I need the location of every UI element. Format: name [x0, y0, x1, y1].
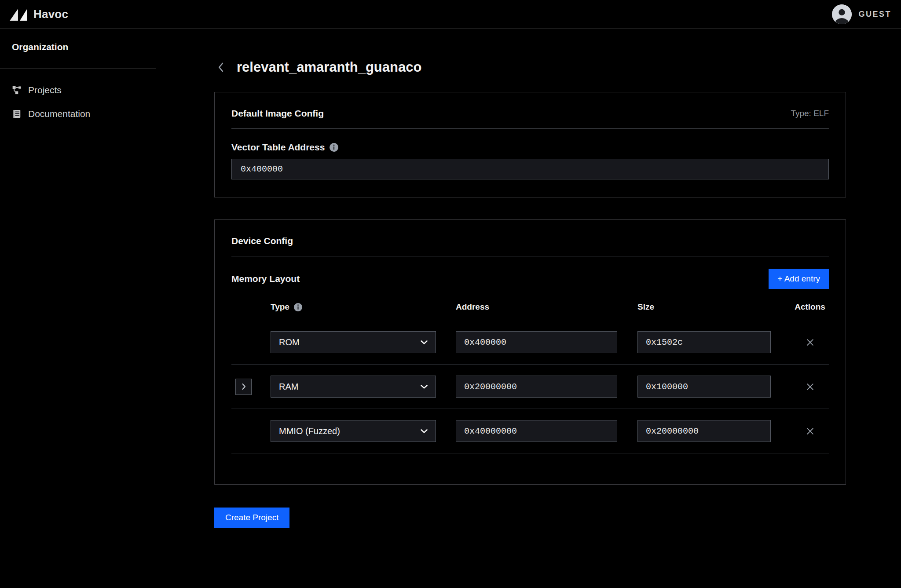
type-select-value: ROM — [279, 337, 300, 347]
type-select-value: MMIO (Fuzzed) — [279, 426, 340, 436]
expand-row-button[interactable] — [235, 379, 252, 395]
column-type: Type — [271, 302, 456, 312]
close-icon — [805, 426, 815, 436]
add-entry-button[interactable]: + Add entry — [769, 269, 829, 289]
user-menu[interactable]: GUEST — [832, 4, 891, 24]
memory-row-ram: RAM — [231, 365, 829, 409]
image-type-label: Type: ELF — [791, 109, 829, 118]
chevron-down-icon — [419, 337, 429, 347]
column-type-label: Type — [271, 302, 289, 312]
create-project-button[interactable]: Create Project — [214, 508, 289, 528]
main-content: relevant_amaranth_guanaco Default Image … — [156, 29, 901, 588]
vector-table-address-label: Vector Table Address — [231, 142, 829, 153]
address-input[interactable] — [456, 331, 617, 353]
sidebar-item-documentation[interactable]: Documentation — [0, 102, 156, 126]
field-label-text: Vector Table Address — [231, 142, 325, 153]
memory-row-mmio: MMIO (Fuzzed) — [231, 409, 829, 453]
memory-table-header: Type Address Size Actions — [231, 302, 829, 320]
column-address: Address — [456, 302, 637, 312]
chevron-down-icon — [419, 382, 429, 391]
flow-icon — [12, 85, 22, 95]
size-input[interactable] — [637, 331, 771, 353]
column-actions: Actions — [791, 302, 829, 312]
divider — [231, 128, 829, 129]
divider — [231, 256, 829, 256]
size-input[interactable] — [637, 376, 771, 398]
sidebar: Organization Projects — [0, 29, 156, 588]
chevron-right-icon — [239, 382, 248, 391]
sidebar-item-label: Projects — [28, 85, 62, 95]
top-navbar: Havoc GUEST — [0, 0, 901, 29]
sidebar-item-projects[interactable]: Projects — [0, 78, 156, 102]
sidebar-section-organization: Organization — [0, 29, 156, 69]
address-input[interactable] — [456, 376, 617, 398]
type-select-value: RAM — [279, 382, 298, 392]
page-title: relevant_amaranth_guanaco — [237, 59, 421, 75]
memory-layout-label: Memory Layout — [231, 274, 300, 284]
card-title: Device Config — [231, 236, 293, 246]
info-icon[interactable] — [293, 303, 303, 312]
remove-row-button[interactable] — [803, 424, 817, 438]
book-icon — [12, 109, 22, 119]
close-icon — [805, 382, 815, 392]
column-size: Size — [637, 302, 791, 312]
page-header: relevant_amaranth_guanaco — [214, 59, 846, 75]
brand-name: Havoc — [33, 7, 68, 21]
back-button[interactable] — [214, 60, 227, 75]
close-icon — [805, 337, 815, 347]
user-avatar-icon — [832, 4, 852, 24]
device-config-card: Device Config Memory Layout + Add entry … — [214, 219, 846, 485]
remove-row-button[interactable] — [803, 336, 817, 349]
chevron-left-icon — [215, 61, 227, 74]
chevron-down-icon — [419, 426, 429, 436]
app-window: Havoc GUEST Organization — [0, 0, 901, 588]
remove-row-button[interactable] — [803, 380, 817, 394]
brand[interactable]: Havoc — [10, 7, 68, 21]
address-input[interactable] — [456, 420, 617, 442]
type-select[interactable]: ROM — [271, 331, 436, 353]
sidebar-item-label: Documentation — [28, 109, 90, 119]
vector-table-address-input[interactable] — [231, 159, 829, 179]
type-select[interactable]: MMIO (Fuzzed) — [271, 420, 436, 442]
size-input[interactable] — [637, 420, 771, 442]
sidebar-nav: Projects Documentation — [0, 69, 156, 126]
card-title: Default Image Config — [231, 108, 324, 119]
memory-row-rom: ROM — [231, 320, 829, 365]
user-name-label: GUEST — [858, 10, 891, 19]
info-icon[interactable] — [329, 142, 339, 152]
default-image-config-card: Default Image Config Type: ELF Vector Ta… — [214, 92, 846, 197]
havoc-logo-icon — [10, 8, 28, 21]
type-select[interactable]: RAM — [271, 376, 436, 398]
